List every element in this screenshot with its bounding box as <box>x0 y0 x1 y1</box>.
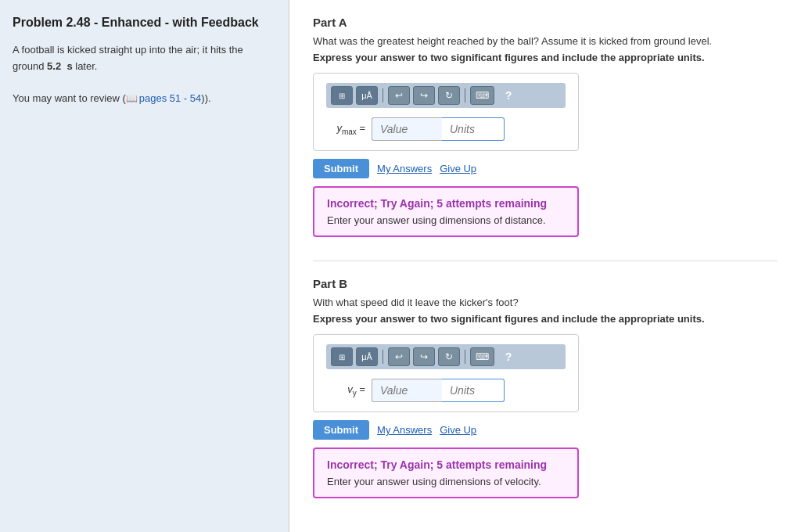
sidebar-body: A football is kicked straight up into th… <box>13 42 276 107</box>
review-text: You may want to review (📖pages 51 - 54))… <box>13 91 276 107</box>
toolbar-divider-b1 <box>383 350 383 364</box>
part-b-feedback-body: Enter your answer using dimensions of ve… <box>327 476 565 487</box>
help-button-a[interactable]: ? <box>497 86 519 105</box>
part-b-feedback-box: Incorrect; Try Again; 5 attempts remaini… <box>313 448 579 498</box>
part-a-buttons-row: Submit My Answers Give Up <box>313 159 778 178</box>
redo-button-a[interactable]: ↪ <box>413 86 435 105</box>
part-a-value-input[interactable] <box>372 117 442 141</box>
part-b-answer-container: ⊞ μÅ ↩ ↪ ↻ ⌨ ? vy = <box>313 334 579 412</box>
part-a-toolbar: ⊞ μÅ ↩ ↪ ↻ ⌨ ? <box>326 83 566 108</box>
part-b-instruction: Express your answer to two significant f… <box>313 313 778 325</box>
part-a-feedback-body: Enter your answer using dimensions of di… <box>327 214 565 226</box>
keyboard-button-a[interactable]: ⌨ <box>470 86 494 105</box>
problem-description: A football is kicked straight up into th… <box>13 42 276 75</box>
part-divider <box>313 261 778 261</box>
refresh-button-b[interactable]: ↻ <box>438 347 460 366</box>
part-a-give-up-button[interactable]: Give Up <box>440 163 476 174</box>
part-b-units-input[interactable] <box>442 379 505 402</box>
part-a-feedback-box: Incorrect; Try Again; 5 attempts remaini… <box>313 186 579 237</box>
part-b-value-input[interactable] <box>372 379 442 402</box>
book-icon: 📖 <box>126 92 138 106</box>
part-b-subscript: y <box>353 389 357 397</box>
part-a-instruction: Express your answer to two significant f… <box>313 52 778 63</box>
part-b-submit-button[interactable]: Submit <box>313 420 369 440</box>
part-a-label: Part A <box>313 16 778 29</box>
part-b-equation-label: vy = <box>326 383 365 397</box>
mu-button-a[interactable]: μÅ <box>356 86 378 105</box>
part-a-answer-container: ⊞ μÅ ↩ ↪ ↻ ⌨ ? ymax = <box>313 73 579 151</box>
undo-button-a[interactable]: ↩ <box>388 86 410 105</box>
part-b-section: Part B With what speed did it leave the … <box>313 277 778 498</box>
part-b-my-answers-button[interactable]: My Answers <box>377 424 432 436</box>
keyboard-button-b[interactable]: ⌨ <box>470 347 494 366</box>
problem-title: Problem 2.48 - Enhanced - with Feedback <box>13 16 276 30</box>
undo-button-b[interactable]: ↩ <box>388 347 410 366</box>
part-b-toolbar: ⊞ μÅ ↩ ↪ ↻ ⌨ ? <box>326 344 566 369</box>
part-a-my-answers-button[interactable]: My Answers <box>377 163 432 174</box>
part-b-input-row: vy = <box>326 379 566 402</box>
review-suffix: ). <box>205 92 211 104</box>
main-content: Part A What was the greatest height reac… <box>289 0 801 532</box>
part-b-give-up-button[interactable]: Give Up <box>440 424 476 436</box>
part-a-feedback-title: Incorrect; Try Again; 5 attempts remaini… <box>327 197 565 210</box>
redo-button-b[interactable]: ↪ <box>413 347 435 366</box>
matrix-button-b[interactable]: ⊞ <box>331 347 353 366</box>
part-a-submit-button[interactable]: Submit <box>313 159 369 178</box>
review-link[interactable]: pages 51 - 54 <box>139 92 202 104</box>
part-a-question: What was the greatest height reached by … <box>313 35 778 47</box>
part-a-input-row: ymax = <box>326 117 566 141</box>
toolbar-divider-a1 <box>383 88 383 102</box>
help-button-b[interactable]: ? <box>497 347 519 366</box>
part-a-equation-label: ymax = <box>326 122 365 136</box>
refresh-button-a[interactable]: ↻ <box>438 86 460 105</box>
part-b-buttons-row: Submit My Answers Give Up <box>313 420 778 440</box>
part-b-feedback-title: Incorrect; Try Again; 5 attempts remaini… <box>327 458 565 471</box>
part-a-section: Part A What was the greatest height reac… <box>313 16 778 237</box>
mu-button-b[interactable]: μÅ <box>356 347 378 366</box>
matrix-button-a[interactable]: ⊞ <box>331 86 353 105</box>
toolbar-divider-a2 <box>465 88 465 102</box>
part-b-label: Part B <box>313 277 778 290</box>
part-a-units-input[interactable] <box>442 117 505 141</box>
part-b-question: With what speed did it leave the kicker'… <box>313 297 778 308</box>
toolbar-divider-b2 <box>465 350 465 364</box>
sidebar: Problem 2.48 - Enhanced - with Feedback … <box>0 0 289 532</box>
part-a-subscript: max <box>342 128 357 136</box>
